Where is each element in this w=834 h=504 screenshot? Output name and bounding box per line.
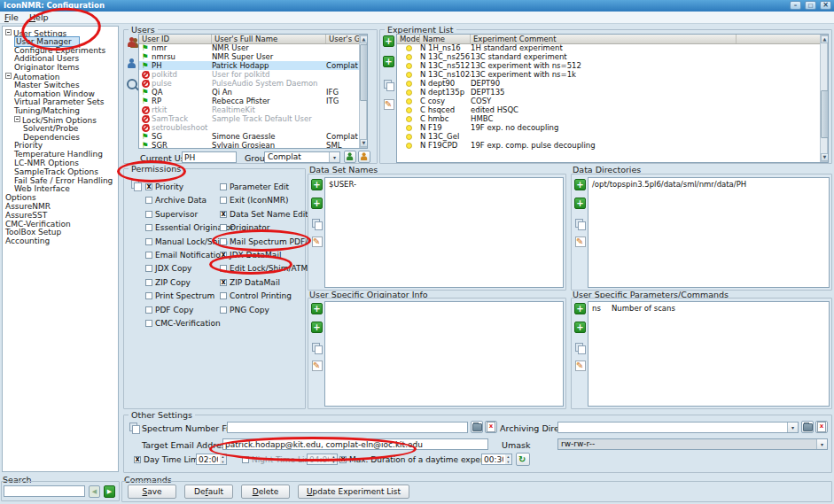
add-user-button[interactable] — [344, 151, 356, 163]
copy-permissions-icon[interactable] — [131, 180, 142, 190]
title-bar[interactable]: IconNMR: Configuration — [0, 0, 834, 12]
experiment-row-n-f19cpd[interactable]: N F19CPD19F exp. comp. pulse decoupling — [397, 141, 821, 150]
permission-control-printing[interactable]: Control Printing — [220, 291, 292, 300]
parameter-row-ns[interactable]: nsNumber of scans — [588, 304, 829, 314]
users-header-group[interactable]: User's Group — [326, 35, 360, 43]
copy-entry-icon[interactable] — [575, 219, 586, 229]
day-time-limit-checkbox[interactable]: Day Time Limit — [134, 455, 204, 464]
edit-entry-icon[interactable] — [575, 236, 586, 247]
settings-tree[interactable]: User SettingsUser ManagerConfigure Exper… — [2, 26, 119, 472]
user-parameters-list[interactable]: nsNumber of scans — [588, 301, 830, 407]
save-button[interactable]: Save — [128, 485, 176, 499]
chevron-down-icon[interactable] — [329, 152, 339, 162]
group-combo[interactable]: Complat — [264, 151, 340, 163]
permission-data-set-name-edit[interactable]: Data Set Name Edit — [220, 210, 308, 219]
add-experiment-button[interactable] — [383, 35, 394, 47]
checkbox-icon[interactable] — [145, 265, 152, 272]
checkbox-icon[interactable] — [339, 456, 347, 463]
user-row-pulse[interactable]: pulsePulseAudio System Daemon — [139, 79, 360, 88]
checkbox-icon[interactable] — [145, 183, 152, 190]
umask-combo[interactable]: rw-rw-r-- — [557, 438, 828, 450]
search-previous-button[interactable]: ◀ — [89, 485, 100, 498]
checkbox-icon[interactable] — [220, 197, 227, 204]
checkbox-icon[interactable] — [220, 183, 227, 190]
permission-jdx-datamail[interactable]: JDX DataMail — [220, 251, 281, 260]
edit-entry-icon[interactable] — [312, 236, 323, 247]
user-row-sgr[interactable]: SGRSylvain GrosjeanSML — [139, 141, 360, 149]
experiment-row-n-13c-ns256[interactable]: N 13C_ns25613C standard experiment — [397, 52, 821, 61]
max-duration-input[interactable] — [481, 454, 506, 465]
search-user-icon[interactable] — [127, 79, 137, 89]
delete-button[interactable]: Delete — [241, 485, 290, 499]
spectrum-number-input[interactable] — [227, 422, 468, 433]
experiment-row-n-13c-ns1024[interactable]: N 13C_ns102413C experiment with ns=1k — [397, 70, 821, 79]
insert-entry-button[interactable] — [574, 322, 586, 333]
chevron-down-icon[interactable] — [787, 423, 798, 432]
user-row-nmrsu[interactable]: nmrsuNMR Super User — [139, 52, 360, 61]
permission-originator[interactable]: Originator — [220, 223, 269, 232]
scrollbar-thumb[interactable] — [821, 90, 829, 138]
clear-file-button[interactable] — [485, 421, 497, 433]
spinner-icon[interactable] — [220, 454, 227, 465]
collapse-icon[interactable] — [14, 116, 20, 122]
add-entry-button[interactable] — [574, 179, 586, 190]
tree-item-originator-items[interactable]: Originator Items — [3, 64, 118, 73]
copy-entry-icon[interactable] — [312, 219, 323, 229]
reset-duration-button[interactable] — [516, 453, 530, 466]
archiving-combo[interactable] — [557, 422, 799, 433]
permission-pdf-copy[interactable]: PDF Copy — [145, 306, 193, 314]
target-email-input[interactable] — [222, 438, 488, 450]
collapse-icon[interactable] — [5, 29, 12, 35]
permission-parameter-edit[interactable]: Parameter Edit — [220, 182, 289, 191]
menu-help[interactable]: Help — [29, 12, 49, 23]
checkbox-icon[interactable] — [134, 456, 141, 463]
current-user-input[interactable] — [182, 151, 237, 163]
permission-zip-copy[interactable]: ZIP Copy — [145, 278, 191, 287]
permission-jdx-copy[interactable]: JDX Copy — [145, 264, 191, 273]
checkbox-icon[interactable] — [220, 265, 227, 272]
edit-experiment-icon[interactable] — [384, 99, 394, 110]
experiment-row-n-dept90[interactable]: N dept90DEPT90 — [397, 79, 821, 88]
copy-experiment-icon[interactable] — [384, 80, 394, 90]
copy-entry-icon[interactable] — [312, 343, 323, 353]
permission-edit-lock-shim-atm[interactable]: Edit Lock/Shim/ATM — [220, 264, 308, 273]
tree-item-tuning-matching[interactable]: Tuning/Matching — [3, 107, 118, 116]
user-row-qa[interactable]: QAQi AnIFG — [139, 88, 360, 97]
collapse-icon[interactable] — [5, 73, 12, 79]
checkbox-icon[interactable] — [220, 238, 227, 245]
menu-file[interactable]: File — [4, 12, 19, 23]
scroll-up-icon[interactable] — [360, 35, 368, 43]
experiment-row-c-hsqced[interactable]: C hsqcededited HSQC — [397, 105, 821, 114]
user-row-ph[interactable]: PHPatrick HodappComplat — [139, 61, 360, 70]
users-header-user-id[interactable]: User ID — [139, 35, 212, 43]
checkbox-icon[interactable] — [220, 279, 227, 286]
checkbox-icon[interactable] — [145, 224, 152, 231]
checkbox-icon[interactable] — [145, 320, 152, 327]
night-time-limit-input[interactable] — [307, 454, 331, 465]
user-row-sg[interactable]: SGSimone GraessleComplat — [139, 132, 360, 141]
minimize-button[interactable] — [790, 1, 801, 10]
experiment-table[interactable]: Mode Name Experiment Comment N 1H_ns161H… — [396, 34, 829, 163]
spinner-icon[interactable] — [505, 454, 512, 465]
maximize-button[interactable] — [805, 1, 816, 10]
permission-cmc-verification[interactable]: CMC-Verification — [145, 319, 221, 328]
browse-archive-button[interactable] — [801, 421, 814, 433]
permission-mail-spectrum-pdf-ps[interactable]: Mail Spectrum PDF/PS — [220, 237, 317, 246]
user-row-nmr[interactable]: nmrNMR User — [139, 43, 360, 52]
permission-zip-datamail[interactable]: ZIP DataMail — [220, 278, 280, 287]
clear-archive-button[interactable] — [815, 421, 828, 433]
user-account-icon[interactable] — [127, 58, 137, 69]
experiment-header-comment[interactable]: Experiment Comment — [471, 35, 737, 43]
users-scrollbar[interactable] — [359, 35, 367, 148]
permission-priority[interactable]: Priority — [145, 182, 183, 191]
checkbox-icon[interactable] — [145, 238, 152, 245]
permission-print-spectrum[interactable]: Print Spectrum — [145, 291, 214, 300]
experiment-row-n-dept135p[interactable]: N dept135pDEPT135 — [397, 88, 821, 97]
scroll-down-icon[interactable] — [821, 153, 829, 161]
experiment-header-mode[interactable]: Mode — [397, 35, 420, 43]
scrollbar-thumb[interactable] — [360, 44, 368, 101]
add-entry-button[interactable] — [311, 303, 323, 314]
permission-manual-lock-shim[interactable]: Manual Lock/Shim — [145, 237, 228, 246]
permission-email-notification[interactable]: Email Notification — [145, 251, 225, 260]
checkbox-icon[interactable] — [242, 456, 249, 463]
